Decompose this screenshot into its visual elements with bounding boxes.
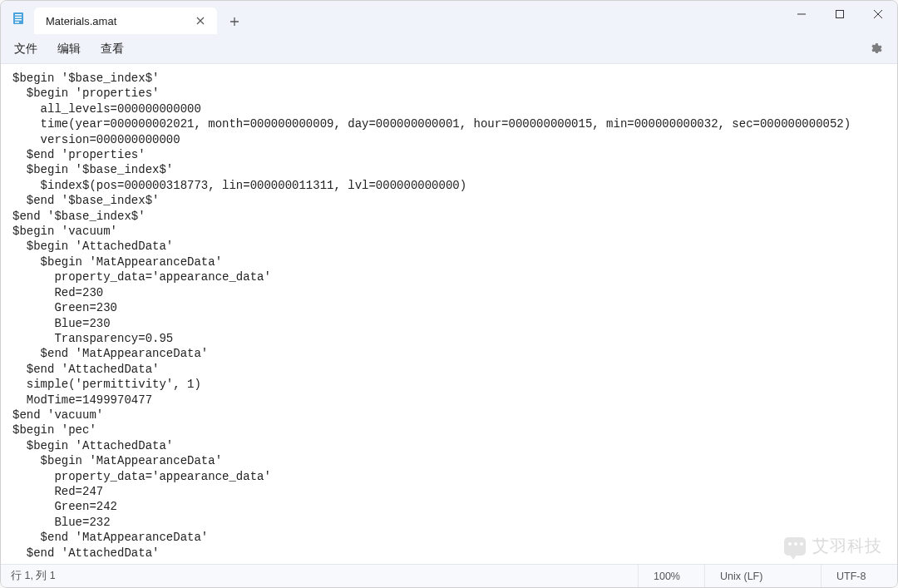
svg-rect-3 [15,19,22,21]
close-window-button[interactable] [859,1,897,27]
close-tab-button[interactable] [192,12,209,29]
settings-button[interactable] [862,36,889,62]
status-line-ending[interactable]: Unix (LF) [704,565,821,587]
title-bar: Materials.amat [1,1,897,34]
editor-area[interactable]: $begin '$base_index$' $begin 'properties… [1,64,897,564]
maximize-button[interactable] [821,1,859,27]
menu-edit[interactable]: 编辑 [47,37,91,62]
svg-rect-5 [836,11,844,18]
gear-icon [869,42,882,56]
svg-rect-4 [15,22,19,23]
svg-rect-1 [15,14,22,16]
tab-active[interactable]: Materials.amat [34,7,217,34]
menu-bar: 文件 编辑 查看 [1,34,897,64]
status-position[interactable]: 行 1, 列 1 [11,569,638,583]
svg-rect-2 [15,17,22,18]
minimize-button[interactable] [782,1,821,27]
status-encoding[interactable]: UTF-8 [821,565,887,587]
menu-file[interactable]: 文件 [4,37,47,62]
tab-title: Materials.amat [46,15,192,27]
status-bar: 行 1, 列 1 100% Unix (LF) UTF-8 [1,564,897,587]
status-zoom[interactable]: 100% [638,565,704,587]
window-controls [782,1,897,27]
menu-view[interactable]: 查看 [91,37,134,62]
app-window: Materials.amat 文件 编辑 查看 [0,0,898,588]
new-tab-button[interactable] [222,9,247,34]
editor-text[interactable]: $begin '$base_index$' $begin 'properties… [4,71,894,561]
app-icon [11,11,26,26]
